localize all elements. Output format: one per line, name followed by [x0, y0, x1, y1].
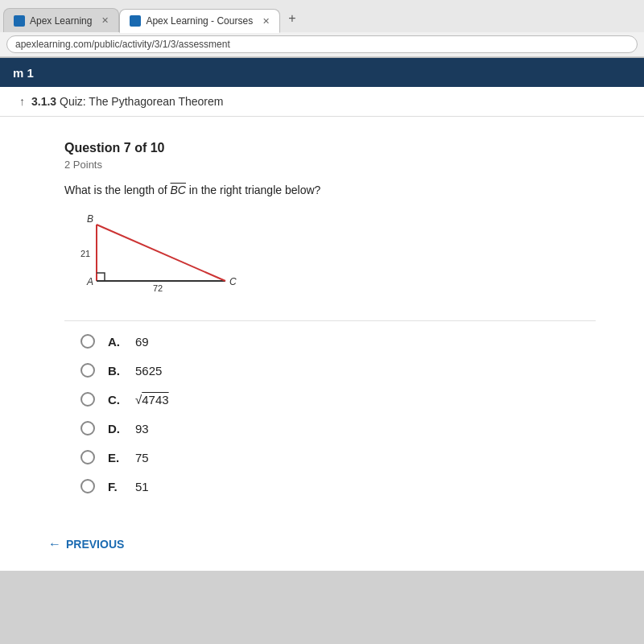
tab-label-1: Apex Learning [30, 15, 92, 27]
quiz-header: ↑ 3.1.3 Quiz: The Pythagorean Theorem [0, 87, 644, 117]
svg-text:B: B [87, 213, 93, 225]
bottom-nav: ← PREVIOUS [0, 518, 644, 571]
address-bar[interactable]: apexlearning.com/public/activity/3/1/3/a… [6, 35, 638, 53]
option-d: D. 93 [80, 421, 596, 436]
upload-icon: ↑ [19, 95, 25, 108]
question-text-after: in the right triangle below? [186, 184, 320, 196]
option-f-letter: F. [108, 480, 122, 493]
radio-f[interactable] [80, 479, 95, 493]
page: m 1 ↑ 3.1.3 Quiz: The Pythagorean Theore… [0, 58, 644, 571]
tab-close-2[interactable]: ✕ [262, 16, 270, 27]
browser-chrome: Apex Learning ✕ Apex Learning - Courses … [0, 0, 644, 58]
radio-c[interactable] [80, 392, 95, 407]
svg-text:21: 21 [80, 249, 90, 258]
radio-a[interactable] [80, 334, 95, 349]
left-arrow-icon: ← [48, 537, 61, 551]
option-e-letter: E. [108, 451, 122, 464]
option-c-letter: C. [108, 393, 122, 407]
option-a: A. 69 [80, 334, 596, 349]
option-c: C. √4743 [80, 392, 596, 407]
option-b-value: 5625 [135, 364, 162, 378]
tab-close-1[interactable]: ✕ [101, 15, 109, 26]
svg-line-2 [97, 225, 225, 281]
nav-title: m 1 [13, 66, 34, 80]
question-text-before: What is the length of [64, 184, 171, 196]
svg-text:72: 72 [153, 283, 163, 293]
points-label: 2 Points [64, 159, 596, 171]
new-tab-button[interactable]: + [280, 8, 303, 29]
sqrt-radicand: 4743 [142, 393, 168, 407]
option-a-letter: A. [108, 335, 122, 349]
option-a-value: 69 [135, 335, 149, 349]
quiz-name: The Pythagorean Theorem [89, 95, 223, 108]
option-d-letter: D. [108, 422, 122, 436]
option-c-value: √4743 [135, 393, 169, 407]
tab-label-2: Apex Learning - Courses [146, 15, 253, 27]
radio-d[interactable] [80, 421, 95, 436]
quiz-type: Quiz: [60, 95, 86, 108]
triangle-diagram: B A C 21 72 [64, 213, 596, 301]
svg-text:A: A [86, 276, 93, 287]
option-e-value: 75 [135, 451, 149, 464]
option-d-value: 93 [135, 422, 149, 436]
tab-favicon-2 [130, 15, 141, 27]
option-b-letter: B. [108, 364, 122, 378]
tab-favicon-1 [14, 15, 25, 27]
option-b: B. 5625 [80, 363, 596, 378]
main-content: Question 7 of 10 2 Points What is the le… [0, 117, 644, 518]
previous-label: PREVIOUS [66, 538, 124, 551]
tab-apex-courses[interactable]: Apex Learning - Courses ✕ [119, 9, 280, 33]
top-nav: m 1 [0, 58, 644, 87]
options-list: A. 69 B. 5625 C. √4743 D. 93 [64, 334, 596, 493]
question-text: What is the length of BC in the right tr… [64, 184, 596, 196]
address-bar-row: apexlearning.com/public/activity/3/1/3/a… [0, 32, 644, 57]
option-f-value: 51 [135, 480, 149, 493]
quiz-number: 3.1.3 [31, 95, 56, 108]
quiz-title: 3.1.3 Quiz: The Pythagorean Theorem [31, 95, 223, 108]
divider [64, 320, 596, 321]
svg-text:C: C [229, 276, 237, 287]
tab-apex-learning[interactable]: Apex Learning ✕ [3, 8, 119, 32]
tab-bar: Apex Learning ✕ Apex Learning - Courses … [0, 0, 644, 32]
question-label: Question 7 of 10 [64, 141, 596, 155]
segment-bc: BC [171, 184, 186, 196]
radio-e[interactable] [80, 450, 95, 464]
triangle-svg: B A C 21 72 [72, 213, 266, 301]
previous-button[interactable]: ← PREVIOUS [48, 537, 596, 551]
radio-b[interactable] [80, 363, 95, 378]
option-e: E. 75 [80, 450, 596, 464]
option-f: F. 51 [80, 479, 596, 493]
